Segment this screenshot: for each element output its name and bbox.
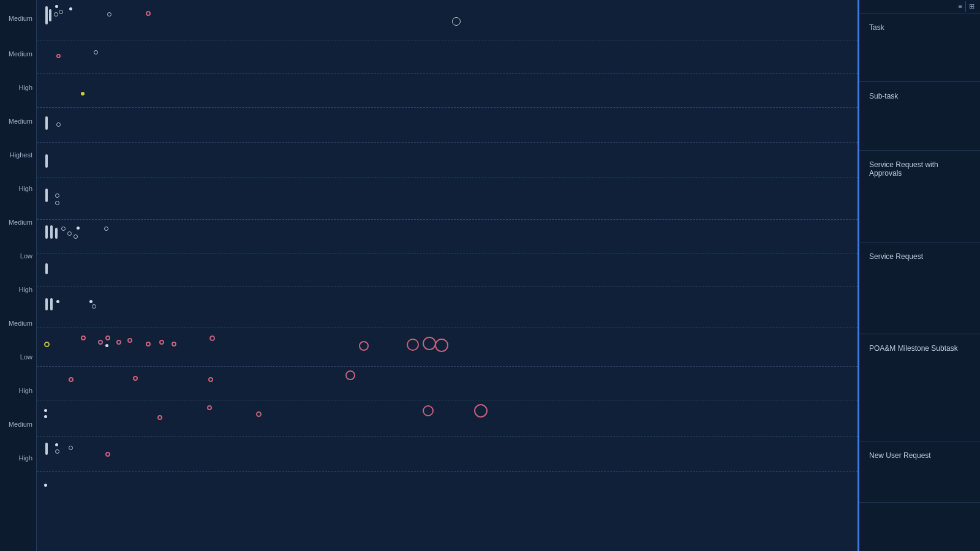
label-medium-5: Medium	[0, 306, 36, 340]
bar-7	[50, 225, 53, 239]
label-high-1: High	[0, 70, 36, 104]
dot-47	[474, 404, 488, 418]
dot-11	[56, 122, 61, 127]
panel-item-service-request: Service Request	[859, 242, 980, 334]
bar-10	[45, 298, 48, 310]
dot-39	[208, 377, 213, 382]
bar-2	[49, 9, 51, 21]
label-high-2: High	[0, 171, 36, 205]
dot-29	[146, 342, 151, 347]
dot-9	[94, 50, 98, 54]
dot-14	[61, 227, 66, 231]
dashed-line-4	[37, 142, 858, 143]
dot-40	[345, 370, 355, 380]
dot-13	[55, 201, 59, 205]
dot-52	[44, 484, 47, 487]
dot-8	[56, 54, 61, 58]
bar-1	[45, 6, 48, 24]
dot-48	[55, 443, 58, 446]
dot-37	[69, 377, 74, 382]
dot-28	[127, 338, 132, 343]
label-high-4: High	[0, 373, 36, 407]
dot-43	[157, 415, 162, 420]
dot-4	[69, 7, 72, 10]
dot-31	[172, 342, 176, 347]
label-high-5: High	[0, 441, 36, 474]
main-chart-area	[37, 0, 858, 551]
dot-2	[59, 10, 63, 14]
dot-19	[56, 300, 59, 303]
dot-35	[423, 337, 436, 350]
dot-32	[209, 335, 215, 341]
dot-10	[81, 92, 85, 96]
label-highest: Highest	[0, 138, 36, 171]
dot-21	[92, 304, 96, 309]
label-low-2: Low	[0, 340, 36, 373]
dashed-line-12	[37, 436, 858, 437]
dot-42	[44, 415, 47, 418]
panel-label-service-request-approvals: Service Request with Approvals	[869, 160, 970, 178]
dot-7	[452, 17, 461, 26]
bar-11	[50, 298, 53, 310]
label-low-1: Low	[0, 239, 36, 272]
bar-12	[45, 443, 48, 455]
control-btn-2[interactable]: ⊞	[966, 1, 978, 12]
label-medium-4: Medium	[0, 205, 36, 239]
bar-9	[45, 263, 48, 274]
dashed-line-13	[37, 471, 858, 472]
dot-6	[146, 11, 151, 16]
dot-16	[74, 234, 78, 239]
label-medium-6: Medium	[0, 407, 36, 441]
dashed-line-5	[37, 178, 858, 178]
dot-30	[159, 340, 164, 345]
dot-5	[107, 12, 111, 17]
panel-item-service-request-approvals: Service Request with Approvals	[858, 151, 980, 242]
dashed-line-9	[37, 328, 858, 328]
dot-12	[55, 193, 59, 198]
dot-51	[105, 452, 110, 457]
dot-27	[116, 340, 121, 345]
dot-26	[105, 344, 108, 347]
dot-45	[256, 411, 262, 417]
panel-label-task: Task	[869, 23, 884, 32]
dot-17	[77, 227, 80, 230]
panel-label-subtask: Sub-task	[869, 92, 898, 100]
left-labels: Medium Medium High Medium Highest High M…	[0, 0, 37, 551]
panel-item-new-user: New User Request	[859, 441, 980, 503]
dashed-line-2	[37, 73, 858, 74]
panel-label-new-user: New User Request	[869, 451, 931, 460]
dashed-line-1	[37, 40, 858, 40]
control-btn-1[interactable]: ≡	[956, 1, 966, 12]
bar-4	[45, 154, 48, 168]
dot-25	[105, 335, 110, 340]
dot-36	[435, 339, 448, 352]
dashed-line-6	[37, 219, 858, 220]
bar-5	[45, 189, 48, 202]
dot-46	[423, 405, 434, 416]
dot-1	[54, 12, 58, 17]
panel-item-poam: POA&M Milestone Subtask	[859, 334, 980, 441]
dot-15	[67, 231, 72, 236]
bar-8	[55, 228, 58, 239]
dot-3	[55, 5, 58, 8]
label-high-3: High	[0, 272, 36, 306]
dashed-line-7	[37, 253, 858, 253]
dashed-line-3	[37, 107, 858, 108]
dashed-line-8	[37, 287, 858, 287]
bar-3	[45, 116, 48, 130]
bar-6	[45, 225, 48, 239]
dot-33	[359, 341, 369, 351]
dot-50	[69, 446, 73, 450]
dot-18	[104, 227, 108, 231]
panel-item-subtask: Sub-task	[859, 82, 980, 151]
dashed-line-10	[37, 366, 858, 367]
right-panel: ≡ ⊞ Task Sub-task Service Request with A…	[858, 0, 980, 551]
label-medium-1: Medium	[0, 0, 36, 37]
dot-41	[44, 409, 47, 412]
dot-34	[407, 339, 419, 351]
panel-label-service-request: Service Request	[869, 252, 923, 261]
label-medium-3: Medium	[0, 104, 36, 138]
dot-23	[81, 335, 86, 340]
panel-item-task: Task	[859, 13, 980, 82]
dot-44	[207, 405, 212, 410]
